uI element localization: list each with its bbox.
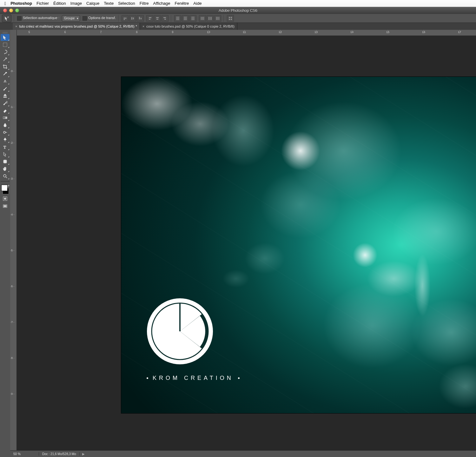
document-tab-2[interactable]: × couv tuto brushes.psd @ 50% (Calque 0 …	[140, 23, 237, 30]
svg-rect-0	[176, 17, 179, 17]
distribute-bottom-icon[interactable]	[189, 15, 196, 22]
menubar-app-name[interactable]: Photoshop	[10, 1, 32, 6]
auto-align-icon[interactable]	[227, 15, 234, 22]
svg-rect-34	[179, 303, 181, 331]
separator	[118, 15, 119, 22]
align-group-2	[146, 15, 169, 22]
distribute-vcenter-icon[interactable]	[182, 15, 189, 22]
align-bottom-icon[interactable]	[137, 15, 144, 22]
options-bar: Sélection automatique : Groupe Options d…	[0, 14, 476, 23]
svg-rect-6	[191, 17, 195, 17]
auto-select-label: Sélection automatique :	[23, 16, 59, 20]
distribute-hcenter-icon[interactable]	[207, 15, 214, 22]
vertical-ruler[interactable]: 0123456789	[10, 30, 17, 451]
apple-icon[interactable]: 	[4, 1, 6, 6]
align-left-icon[interactable]	[146, 15, 153, 22]
menu-affichage[interactable]: Affichage	[153, 1, 170, 6]
menu-edition[interactable]: Édition	[53, 1, 66, 6]
svg-rect-10	[202, 17, 203, 20]
menu-fenetre[interactable]: Fenêtre	[175, 1, 189, 6]
zoom-tool[interactable]	[1, 173, 10, 180]
svg-rect-7	[191, 18, 195, 19]
path-select-tool[interactable]	[1, 151, 10, 158]
artboard: KROM CREATION	[121, 77, 476, 413]
svg-rect-26	[3, 160, 7, 163]
color-swatches[interactable]: ⇄	[1, 184, 10, 195]
align-vcenter-icon[interactable]	[129, 15, 136, 22]
document-tabs: × tuto créez et maîtrisez vos propres br…	[0, 23, 476, 30]
svg-rect-20	[229, 19, 230, 20]
shape-tool[interactable]	[1, 158, 10, 165]
dodge-tool[interactable]	[1, 129, 10, 136]
svg-point-24	[3, 131, 5, 133]
svg-point-32	[147, 298, 213, 364]
auto-select-checkbox[interactable]: Sélection automatique :	[17, 16, 59, 20]
document-tab-1[interactable]: × tuto créez et maîtrisez vos propres br…	[13, 23, 140, 30]
svg-rect-16	[217, 17, 218, 20]
close-icon[interactable]: ×	[15, 24, 17, 28]
move-tool[interactable]	[1, 34, 10, 41]
brand-name: KROM CREATION	[153, 375, 234, 381]
palette-grip[interactable]	[1, 30, 10, 34]
doc-size[interactable]: Doc : 21,6 Mo/528,3 Mo	[39, 452, 80, 456]
lasso-tool[interactable]	[1, 49, 10, 56]
svg-point-27	[3, 175, 6, 177]
history-brush-tool[interactable]	[1, 100, 10, 107]
align-hcenter-icon[interactable]	[154, 15, 161, 22]
logo-text: KROM CREATION	[147, 375, 240, 381]
auto-select-dropdown[interactable]: Groupe	[62, 15, 80, 22]
svg-rect-5	[184, 19, 187, 20]
crop-tool[interactable]	[1, 63, 10, 70]
menu-calque[interactable]: Calque	[86, 1, 99, 6]
healing-tool[interactable]	[1, 78, 10, 85]
menu-texte[interactable]: Texte	[104, 1, 114, 6]
zoom-field[interactable]: 50 %	[10, 452, 39, 456]
window-close-button[interactable]	[3, 9, 7, 12]
gradient-tool[interactable]	[1, 114, 10, 121]
svg-point-33	[152, 303, 208, 360]
tool-palette: T ⇄	[0, 30, 10, 457]
window-zoom-button[interactable]	[15, 9, 19, 12]
menu-image[interactable]: Image	[70, 1, 82, 6]
distribute-group-1	[174, 15, 196, 22]
distribute-left-icon[interactable]	[199, 15, 206, 22]
menu-aide[interactable]: Aide	[193, 1, 202, 6]
svg-rect-1	[176, 18, 179, 19]
close-icon[interactable]: ×	[142, 24, 144, 28]
separator	[171, 15, 172, 22]
svg-point-29	[4, 198, 6, 200]
canvas-area[interactable]: KROM CREATION	[17, 36, 476, 451]
distribute-right-icon[interactable]	[214, 15, 221, 22]
pen-tool[interactable]	[1, 136, 10, 143]
distribute-top-icon[interactable]	[174, 15, 181, 22]
align-right-icon[interactable]	[162, 15, 169, 22]
horizontal-ruler[interactable]: 56789101112131415161718	[17, 30, 476, 36]
hand-tool[interactable]	[1, 165, 10, 172]
status-menu-icon[interactable]: ▶	[80, 452, 87, 456]
menu-selection[interactable]: Sélection	[118, 1, 135, 6]
svg-rect-22	[3, 43, 7, 47]
eraser-tool[interactable]	[1, 107, 10, 114]
foreground-color[interactable]	[1, 185, 8, 191]
tab-label: couv tuto brushes.psd @ 50% (Calque 0 co…	[146, 24, 235, 28]
eyedropper-tool[interactable]	[1, 70, 10, 77]
marquee-tool[interactable]	[1, 41, 10, 48]
svg-text:T: T	[3, 145, 6, 149]
window-minimize-button[interactable]	[9, 9, 13, 12]
current-tool-indicator[interactable]	[2, 15, 11, 22]
wand-tool[interactable]	[1, 56, 10, 63]
brush-tool[interactable]	[1, 85, 10, 92]
type-tool[interactable]: T	[1, 143, 10, 150]
align-top-icon[interactable]	[122, 15, 129, 22]
screenmode-toggle[interactable]	[1, 203, 10, 210]
menu-filtre[interactable]: Filtre	[140, 1, 149, 6]
distribute-group-2	[199, 15, 221, 22]
separator	[224, 15, 224, 22]
status-bar: 50 % Doc : 21,6 Mo/528,3 Mo ▶	[10, 450, 476, 457]
blur-tool[interactable]	[1, 122, 10, 129]
stamp-tool[interactable]	[1, 92, 10, 99]
quickmask-toggle[interactable]	[1, 195, 10, 202]
transform-controls-checkbox[interactable]: Options de transf.	[83, 16, 116, 20]
menu-fichier[interactable]: Fichier	[36, 1, 49, 6]
svg-rect-8	[191, 19, 195, 20]
